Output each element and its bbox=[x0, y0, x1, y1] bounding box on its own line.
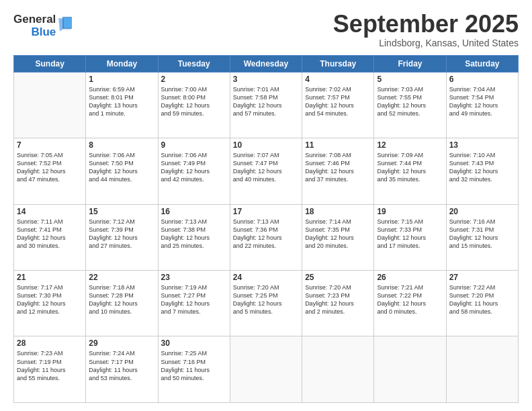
day-info: Sunrise: 7:20 AM Sunset: 7:25 PM Dayligh… bbox=[233, 283, 299, 316]
calendar-cell bbox=[302, 336, 374, 403]
calendar-week-row: 21Sunrise: 7:17 AM Sunset: 7:30 PM Dayli… bbox=[14, 271, 519, 336]
day-number: 9 bbox=[161, 140, 227, 150]
day-number: 11 bbox=[305, 140, 371, 150]
calendar-cell: 20Sunrise: 7:16 AM Sunset: 7:31 PM Dayli… bbox=[446, 204, 518, 270]
calendar-cell: 11Sunrise: 7:08 AM Sunset: 7:46 PM Dayli… bbox=[302, 138, 374, 204]
weekday-header: Sunday bbox=[14, 55, 86, 72]
day-number: 15 bbox=[89, 207, 154, 216]
logo-general: General bbox=[13, 13, 56, 26]
calendar-cell: 16Sunrise: 7:13 AM Sunset: 7:38 PM Dayli… bbox=[158, 204, 230, 270]
calendar-cell: 17Sunrise: 7:13 AM Sunset: 7:36 PM Dayli… bbox=[230, 204, 302, 270]
calendar-cell: 15Sunrise: 7:12 AM Sunset: 7:39 PM Dayli… bbox=[86, 204, 158, 270]
day-info: Sunrise: 7:13 AM Sunset: 7:38 PM Dayligh… bbox=[161, 218, 227, 250]
page: General Blue September 2025 Lindsborg, K… bbox=[0, 0, 532, 411]
calendar: SundayMondayTuesdayWednesdayThursdayFrid… bbox=[13, 55, 519, 403]
calendar-week-row: 28Sunrise: 7:23 AM Sunset: 7:19 PM Dayli… bbox=[14, 336, 519, 403]
calendar-cell: 12Sunrise: 7:09 AM Sunset: 7:44 PM Dayli… bbox=[374, 138, 446, 204]
day-info: Sunrise: 7:10 AM Sunset: 7:43 PM Dayligh… bbox=[449, 151, 515, 184]
calendar-cell: 26Sunrise: 7:21 AM Sunset: 7:22 PM Dayli… bbox=[374, 271, 446, 336]
day-number: 27 bbox=[449, 273, 515, 282]
calendar-cell: 4Sunrise: 7:02 AM Sunset: 7:57 PM Daylig… bbox=[302, 72, 374, 138]
calendar-week-row: 7Sunrise: 7:05 AM Sunset: 7:52 PM Daylig… bbox=[14, 138, 519, 204]
day-info: Sunrise: 7:05 AM Sunset: 7:52 PM Dayligh… bbox=[17, 151, 83, 184]
day-number: 4 bbox=[305, 75, 371, 84]
header: General Blue September 2025 Lindsborg, K… bbox=[13, 11, 519, 48]
day-info: Sunrise: 7:16 AM Sunset: 7:31 PM Dayligh… bbox=[449, 218, 515, 250]
day-number: 3 bbox=[233, 75, 299, 84]
day-info: Sunrise: 7:03 AM Sunset: 7:55 PM Dayligh… bbox=[377, 85, 443, 118]
day-info: Sunrise: 7:11 AM Sunset: 7:41 PM Dayligh… bbox=[17, 218, 83, 250]
day-number: 26 bbox=[377, 273, 443, 282]
day-info: Sunrise: 7:09 AM Sunset: 7:44 PM Dayligh… bbox=[377, 151, 443, 184]
calendar-cell: 9Sunrise: 7:06 AM Sunset: 7:49 PM Daylig… bbox=[158, 138, 230, 204]
day-number: 17 bbox=[233, 207, 299, 216]
day-info: Sunrise: 7:12 AM Sunset: 7:39 PM Dayligh… bbox=[89, 218, 154, 250]
calendar-week-row: 1Sunrise: 6:59 AM Sunset: 8:01 PM Daylig… bbox=[14, 72, 519, 138]
weekday-header: Saturday bbox=[446, 55, 518, 72]
day-number: 30 bbox=[161, 338, 227, 348]
calendar-cell: 30Sunrise: 7:25 AM Sunset: 7:16 PM Dayli… bbox=[158, 336, 230, 403]
logo: General Blue bbox=[13, 13, 72, 38]
calendar-cell: 8Sunrise: 7:06 AM Sunset: 7:50 PM Daylig… bbox=[86, 138, 158, 204]
day-info: Sunrise: 7:22 AM Sunset: 7:20 PM Dayligh… bbox=[449, 283, 515, 316]
logo-blue: Blue bbox=[31, 26, 56, 39]
calendar-cell: 25Sunrise: 7:20 AM Sunset: 7:23 PM Dayli… bbox=[302, 271, 374, 336]
day-info: Sunrise: 7:25 AM Sunset: 7:16 PM Dayligh… bbox=[161, 349, 227, 382]
calendar-cell: 13Sunrise: 7:10 AM Sunset: 7:43 PM Dayli… bbox=[446, 138, 518, 204]
calendar-cell: 22Sunrise: 7:18 AM Sunset: 7:28 PM Dayli… bbox=[86, 271, 158, 336]
day-number: 10 bbox=[233, 140, 299, 150]
calendar-cell: 14Sunrise: 7:11 AM Sunset: 7:41 PM Dayli… bbox=[14, 204, 86, 270]
day-number: 12 bbox=[377, 140, 443, 150]
calendar-cell bbox=[230, 336, 302, 403]
day-number: 2 bbox=[161, 75, 227, 84]
title-block: September 2025 Lindsborg, Kansas, United… bbox=[333, 11, 519, 48]
day-info: Sunrise: 7:13 AM Sunset: 7:36 PM Dayligh… bbox=[233, 218, 299, 250]
calendar-cell: 3Sunrise: 7:01 AM Sunset: 7:58 PM Daylig… bbox=[230, 72, 302, 138]
calendar-cell: 6Sunrise: 7:04 AM Sunset: 7:54 PM Daylig… bbox=[446, 72, 518, 138]
day-number: 6 bbox=[449, 75, 515, 84]
day-info: Sunrise: 7:06 AM Sunset: 7:50 PM Dayligh… bbox=[89, 151, 154, 184]
weekday-header: Wednesday bbox=[230, 55, 302, 72]
day-number: 20 bbox=[449, 207, 515, 216]
calendar-cell: 24Sunrise: 7:20 AM Sunset: 7:25 PM Dayli… bbox=[230, 271, 302, 336]
day-number: 5 bbox=[377, 75, 443, 84]
day-info: Sunrise: 7:08 AM Sunset: 7:46 PM Dayligh… bbox=[305, 151, 371, 184]
day-number: 23 bbox=[161, 273, 227, 282]
calendar-cell bbox=[374, 336, 446, 403]
day-info: Sunrise: 7:01 AM Sunset: 7:58 PM Dayligh… bbox=[233, 85, 299, 118]
day-number: 21 bbox=[17, 273, 83, 282]
day-number: 24 bbox=[233, 273, 299, 282]
day-number: 29 bbox=[89, 338, 154, 348]
calendar-cell: 10Sunrise: 7:07 AM Sunset: 7:47 PM Dayli… bbox=[230, 138, 302, 204]
day-info: Sunrise: 7:18 AM Sunset: 7:28 PM Dayligh… bbox=[89, 283, 154, 316]
weekday-header: Thursday bbox=[302, 55, 374, 72]
day-info: Sunrise: 7:14 AM Sunset: 7:35 PM Dayligh… bbox=[305, 218, 371, 250]
calendar-cell: 1Sunrise: 6:59 AM Sunset: 8:01 PM Daylig… bbox=[86, 72, 158, 138]
day-info: Sunrise: 7:24 AM Sunset: 7:17 PM Dayligh… bbox=[89, 349, 154, 382]
logo-icon bbox=[57, 17, 72, 36]
calendar-cell: 2Sunrise: 7:00 AM Sunset: 8:00 PM Daylig… bbox=[158, 72, 230, 138]
day-number: 7 bbox=[17, 140, 83, 150]
day-info: Sunrise: 7:15 AM Sunset: 7:33 PM Dayligh… bbox=[377, 218, 443, 250]
day-info: Sunrise: 7:07 AM Sunset: 7:47 PM Dayligh… bbox=[233, 151, 299, 184]
weekday-header: Tuesday bbox=[158, 55, 230, 72]
day-number: 25 bbox=[305, 273, 371, 282]
calendar-cell: 29Sunrise: 7:24 AM Sunset: 7:17 PM Dayli… bbox=[86, 336, 158, 403]
calendar-cell: 18Sunrise: 7:14 AM Sunset: 7:35 PM Dayli… bbox=[302, 204, 374, 270]
day-info: Sunrise: 7:23 AM Sunset: 7:19 PM Dayligh… bbox=[17, 349, 83, 382]
day-number: 8 bbox=[89, 140, 154, 150]
day-info: Sunrise: 7:04 AM Sunset: 7:54 PM Dayligh… bbox=[449, 85, 515, 118]
day-info: Sunrise: 7:17 AM Sunset: 7:30 PM Dayligh… bbox=[17, 283, 83, 316]
weekday-header-row: SundayMondayTuesdayWednesdayThursdayFrid… bbox=[14, 55, 519, 72]
day-number: 22 bbox=[89, 273, 154, 282]
calendar-cell: 23Sunrise: 7:19 AM Sunset: 7:27 PM Dayli… bbox=[158, 271, 230, 336]
day-info: Sunrise: 7:00 AM Sunset: 8:00 PM Dayligh… bbox=[161, 85, 227, 118]
day-info: Sunrise: 6:59 AM Sunset: 8:01 PM Dayligh… bbox=[89, 85, 154, 118]
weekday-header: Monday bbox=[86, 55, 158, 72]
calendar-week-row: 14Sunrise: 7:11 AM Sunset: 7:41 PM Dayli… bbox=[14, 204, 519, 270]
day-info: Sunrise: 7:19 AM Sunset: 7:27 PM Dayligh… bbox=[161, 283, 227, 316]
calendar-cell: 19Sunrise: 7:15 AM Sunset: 7:33 PM Dayli… bbox=[374, 204, 446, 270]
day-number: 14 bbox=[17, 207, 83, 216]
calendar-cell: 28Sunrise: 7:23 AM Sunset: 7:19 PM Dayli… bbox=[14, 336, 86, 403]
calendar-cell bbox=[14, 72, 86, 138]
